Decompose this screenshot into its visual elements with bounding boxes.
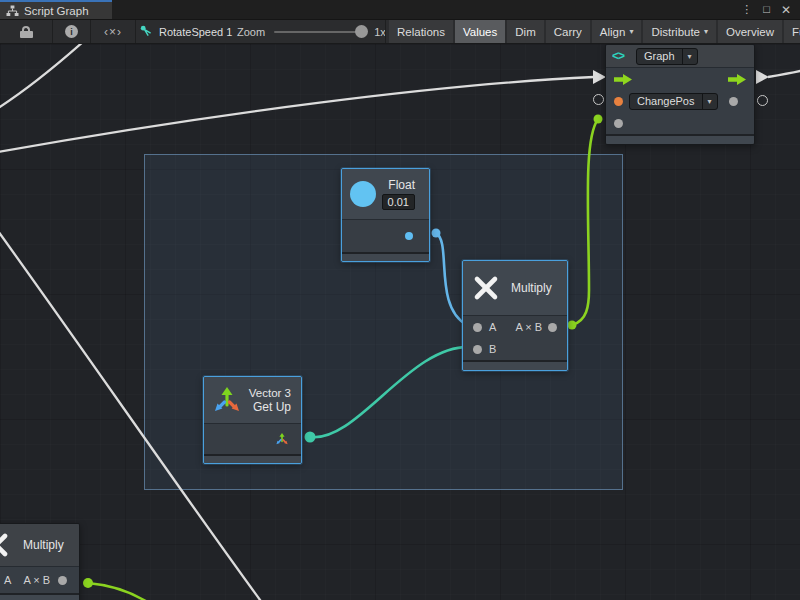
info-button[interactable]: i xyxy=(53,20,90,43)
graph-toolbar: i ‹×› RotateSpeed 1 Zoom 1x Relations Va… xyxy=(0,20,800,44)
window-controls: ⋮ □ ✕ xyxy=(741,0,800,19)
zoom-control: Zoom 1x xyxy=(237,20,386,43)
zoom-value: 1x xyxy=(374,26,386,38)
multiply-node-title: Multiply xyxy=(511,281,552,295)
toolbar-button-fullscreen[interactable]: Full Screen xyxy=(784,20,800,43)
chevron-down-icon: ▾ xyxy=(704,27,708,36)
code-icon: ‹×› xyxy=(104,25,122,39)
float-node-header: Float 0.01 xyxy=(342,169,429,219)
float-value-field[interactable]: 0.01 xyxy=(382,194,415,210)
code-view-toggle[interactable]: ‹×› xyxy=(91,20,135,43)
wire-endpoint-green xyxy=(594,115,603,124)
vector3-node-title: Vector 3 xyxy=(249,387,291,399)
toolbar-button-align[interactable]: Align▾ xyxy=(592,20,642,43)
data-wire-multiply2-out[interactable] xyxy=(88,583,152,600)
graph-select[interactable]: Graph ▾ xyxy=(636,48,698,65)
unconnected-port-ring-right[interactable] xyxy=(757,95,768,106)
float-output-port[interactable] xyxy=(405,232,413,240)
changepos-dropdown[interactable]: ChangePos ▾ xyxy=(629,93,718,110)
node-graph[interactable]: <> Graph ▾ ChangePos ▾ xyxy=(605,44,755,145)
node-vector3-get-up[interactable]: Vector 3 Get Up xyxy=(203,376,302,464)
multiply-input-a-label: A xyxy=(489,321,496,333)
multiply-node-footer xyxy=(463,360,567,370)
window-menu-icon[interactable]: ⋮ xyxy=(741,4,752,15)
vector3-output-port-icon[interactable] xyxy=(275,432,289,446)
value-input-port[interactable] xyxy=(614,119,623,128)
graph-hierarchy-icon xyxy=(6,5,19,17)
toolbar-button-dim[interactable]: Dim xyxy=(507,20,543,43)
chevron-down-icon: ▾ xyxy=(682,49,697,64)
chevron-down-icon: ▾ xyxy=(629,27,633,36)
vector3-node-subtitle: Get Up xyxy=(253,400,291,414)
multiply-input-b-port[interactable] xyxy=(473,345,482,354)
multiply2-node-title: Multiply xyxy=(23,538,64,552)
multiply-input-b-label: B xyxy=(489,343,496,355)
exec-output-arrow-icon[interactable] xyxy=(728,74,746,85)
multiply2-node-header: Multiply xyxy=(0,524,79,566)
titlebar: Script Graph ⋮ □ ✕ xyxy=(0,0,800,20)
multiply-icon xyxy=(473,275,499,301)
unconnected-port-ring-left[interactable] xyxy=(593,94,604,105)
exec-arrowhead-out xyxy=(756,70,769,84)
multiply2-node-footer xyxy=(0,593,79,600)
node-multiply-partial[interactable]: Multiply A A × B xyxy=(0,523,80,600)
close-icon[interactable]: ✕ xyxy=(781,4,791,16)
vector3-icon xyxy=(212,385,242,415)
multiply-node-header: Multiply xyxy=(463,261,567,315)
toolbar-button-distribute[interactable]: Distribute▾ xyxy=(643,20,716,43)
float-node-title: Float xyxy=(388,178,415,192)
exec-wire-topleft[interactable] xyxy=(0,44,84,110)
lock-button[interactable] xyxy=(0,20,52,43)
exec-wire-into-graph-node[interactable] xyxy=(0,77,594,152)
code-graph-icon: <> xyxy=(612,49,624,63)
breadcrumb-label: RotateSpeed 1 xyxy=(159,26,232,38)
wire-endpoint-green xyxy=(83,578,93,588)
info-icon: i xyxy=(65,25,78,38)
node-float[interactable]: Float 0.01 xyxy=(341,168,430,262)
maximize-icon[interactable]: □ xyxy=(763,4,770,15)
lock-icon xyxy=(20,26,33,38)
graph-breadcrumb[interactable]: RotateSpeed 1 xyxy=(140,20,232,43)
tab-title: Script Graph xyxy=(24,5,89,17)
toolbar-button-relations[interactable]: Relations xyxy=(389,20,453,43)
toolbar-buttons: Relations Values Dim Carry Align▾ Distri… xyxy=(389,20,800,43)
vector3-node-header: Vector 3 Get Up xyxy=(204,377,301,423)
node-multiply[interactable]: Multiply A A × B B xyxy=(462,260,568,371)
multiply2-input-a-label: A xyxy=(4,574,11,586)
graph-node-header: <> Graph ▾ xyxy=(606,45,754,67)
toolbar-button-values[interactable]: Values xyxy=(455,20,505,43)
toolbar-button-overview[interactable]: Overview xyxy=(718,20,782,43)
multiply2-output-port[interactable] xyxy=(58,576,67,585)
graph-canvas[interactable]: <> Graph ▾ ChangePos ▾ xyxy=(0,44,800,600)
float-type-icon xyxy=(350,181,376,207)
zoom-label: Zoom xyxy=(237,26,265,38)
script-graph-icon xyxy=(140,25,153,38)
toolbar-button-carry[interactable]: Carry xyxy=(546,20,590,43)
value-output-port[interactable] xyxy=(729,97,738,106)
zoom-slider[interactable] xyxy=(274,31,362,33)
tab-script-graph[interactable]: Script Graph xyxy=(0,0,112,19)
vector3-node-footer xyxy=(204,454,301,463)
multiply-input-a-port[interactable] xyxy=(473,323,482,332)
unity-script-graph-window: Script Graph ⋮ □ ✕ i ‹×› RotateSpeed 1 xyxy=(0,0,800,600)
multiply-output-label: A × B xyxy=(515,321,542,333)
exec-wire-out-of-graph-node[interactable] xyxy=(768,70,800,77)
exec-input-arrow-icon[interactable] xyxy=(614,74,632,85)
multiply-output-port[interactable] xyxy=(548,323,557,332)
multiply2-output-label: A × B xyxy=(23,574,50,586)
float-node-footer xyxy=(342,252,429,261)
multiply-icon xyxy=(0,532,9,558)
graph-node-footer xyxy=(606,134,754,144)
chevron-down-icon: ▾ xyxy=(702,94,717,109)
zoom-slider-handle[interactable] xyxy=(355,25,368,38)
target-input-port[interactable] xyxy=(614,97,623,106)
